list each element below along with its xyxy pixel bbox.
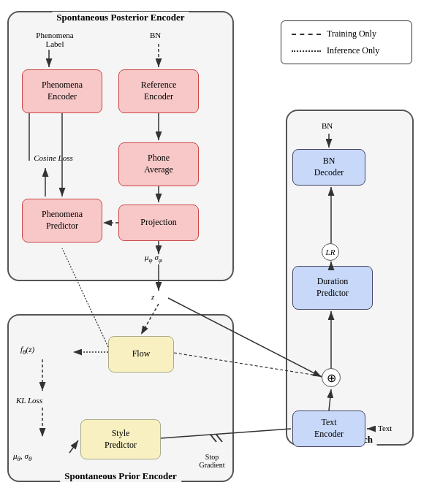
lr-label: LR bbox=[326, 248, 335, 256]
lr-node: LR bbox=[322, 243, 339, 261]
legend-box: Training Only Inference Only bbox=[281, 20, 412, 64]
prior-encoder-label: Spontaneous Prior Encoder bbox=[60, 470, 181, 482]
z-label: z bbox=[151, 292, 154, 301]
flow-block: Flow bbox=[108, 336, 174, 373]
kl-loss-label: KL Loss bbox=[16, 396, 42, 405]
mu-theta-sigma-theta-label: μθ, σθ bbox=[13, 451, 31, 462]
plus-icon: ⊕ bbox=[327, 371, 336, 385]
bn-decoder-block: BNDecoder bbox=[292, 149, 365, 186]
f-theta-z-label: fθ(z) bbox=[20, 345, 34, 356]
posterior-encoder-label: Spontaneous Posterior Encoder bbox=[52, 12, 189, 23]
legend-training-label: Training Only bbox=[327, 28, 376, 39]
text-encoder-block: TextEncoder bbox=[292, 411, 365, 447]
stop-gradient-label: StopGradient bbox=[186, 453, 238, 469]
legend-inference: Inference Only bbox=[292, 45, 401, 56]
text-input-label: Text bbox=[378, 424, 392, 432]
legend-training: Training Only bbox=[292, 28, 401, 39]
dashed-line-icon bbox=[292, 34, 321, 35]
legend-inference-label: Inference Only bbox=[327, 45, 379, 56]
dotted-line-icon bbox=[292, 50, 321, 52]
main-container: Spontaneous Posterior Encoder Spontaneou… bbox=[0, 0, 421, 504]
duration-predictor-block: DurationPredictor bbox=[292, 266, 373, 310]
sum-node: ⊕ bbox=[322, 368, 341, 387]
bn-right-label: BN bbox=[322, 121, 333, 130]
mu-phi-sigma-phi-label: μφ σφ bbox=[113, 253, 194, 264]
bn-top-label: BN bbox=[150, 31, 161, 39]
phenomena-predictor-block: PhenomenaPredictor bbox=[22, 199, 102, 243]
cosine-loss-label: Cosine Loss bbox=[20, 153, 86, 162]
style-predictor-block: StylePredictor bbox=[80, 419, 161, 459]
reference-encoder-block: ReferenceEncoder bbox=[118, 69, 199, 113]
phenomena-encoder-block: PhenomenaEncoder bbox=[22, 69, 102, 113]
phenomena-label-text: PhenomenaLabel bbox=[22, 31, 88, 48]
projection-block: Projection bbox=[118, 205, 199, 241]
phone-average-block: PhoneAverage bbox=[118, 142, 199, 186]
